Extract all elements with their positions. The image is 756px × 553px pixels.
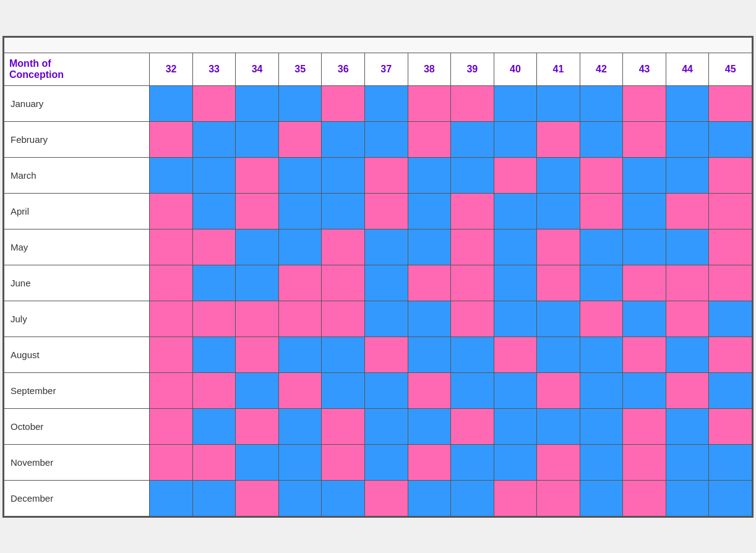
cell-august-age-40	[494, 337, 537, 372]
month-row-june: June	[4, 265, 752, 301]
month-row-july: July	[4, 301, 752, 337]
cell-december-age-37	[364, 480, 408, 516]
cell-march-age-37	[364, 157, 408, 193]
cell-february-age-45	[709, 121, 752, 157]
cell-april-age-39	[451, 193, 494, 229]
cell-june-age-43	[623, 265, 666, 301]
cell-may-age-36	[322, 229, 365, 265]
cell-april-age-35	[278, 193, 322, 229]
cell-january-age-40	[494, 85, 537, 121]
cell-january-age-38	[408, 85, 451, 121]
month-row-may: May	[4, 229, 752, 265]
cell-march-age-32	[150, 157, 193, 193]
cell-october-age-33	[192, 408, 236, 444]
cell-october-age-44	[666, 408, 709, 444]
cell-march-age-45	[709, 157, 752, 193]
cell-august-age-33	[192, 337, 236, 372]
cell-april-age-41	[537, 193, 580, 229]
cell-july-age-44	[666, 301, 709, 337]
cell-june-age-39	[451, 265, 494, 301]
cell-september-age-35	[278, 372, 322, 408]
cell-october-age-43	[623, 408, 666, 444]
cell-august-age-36	[322, 337, 365, 372]
cell-may-age-42	[580, 229, 623, 265]
cell-september-age-36	[322, 372, 365, 408]
cell-august-age-42	[580, 337, 623, 372]
cell-july-age-42	[580, 301, 623, 337]
cell-may-age-43	[623, 229, 666, 265]
cell-september-age-42	[580, 372, 623, 408]
cell-may-age-32	[150, 229, 193, 265]
cell-november-age-32	[150, 444, 193, 480]
age-header-38: 38	[408, 53, 451, 85]
cell-march-age-42	[580, 157, 623, 193]
cell-february-age-38	[408, 121, 451, 157]
cell-june-age-35	[278, 265, 322, 301]
cell-june-age-34	[236, 265, 279, 301]
cell-july-age-33	[192, 301, 236, 337]
cell-november-age-35	[278, 444, 322, 480]
month-label-january: January	[4, 85, 150, 121]
table-title	[4, 37, 752, 53]
cell-march-age-36	[322, 157, 365, 193]
cell-april-age-32	[150, 193, 193, 229]
cell-november-age-36	[322, 444, 365, 480]
cell-may-age-35	[278, 229, 322, 265]
cell-february-age-43	[623, 121, 666, 157]
cell-july-age-41	[537, 301, 580, 337]
cell-january-age-32	[150, 85, 193, 121]
cell-march-age-41	[537, 157, 580, 193]
cell-january-age-36	[322, 85, 365, 121]
month-label-february: February	[4, 121, 150, 157]
age-header-41: 41	[537, 53, 580, 85]
cell-december-age-42	[580, 480, 623, 516]
age-header-36: 36	[322, 53, 365, 85]
age-header-34: 34	[236, 53, 279, 85]
cell-april-age-38	[408, 193, 451, 229]
cell-may-age-40	[494, 229, 537, 265]
cell-november-age-37	[364, 444, 408, 480]
cell-september-age-39	[451, 372, 494, 408]
cell-september-age-45	[709, 372, 752, 408]
cell-june-age-36	[322, 265, 365, 301]
cell-october-age-41	[537, 408, 580, 444]
cell-october-age-35	[278, 408, 322, 444]
month-label-april: April	[4, 193, 150, 229]
cell-november-age-38	[408, 444, 451, 480]
age-header-42: 42	[580, 53, 623, 85]
cell-june-age-44	[666, 265, 709, 301]
cell-october-age-40	[494, 408, 537, 444]
cell-august-age-35	[278, 337, 322, 372]
cell-october-age-34	[236, 408, 279, 444]
month-label-october: October	[4, 408, 150, 444]
cell-june-age-33	[192, 265, 236, 301]
month-row-january: January	[4, 85, 752, 121]
month-row-april: April	[4, 193, 752, 229]
cell-july-age-40	[494, 301, 537, 337]
cell-september-age-38	[408, 372, 451, 408]
cell-september-age-37	[364, 372, 408, 408]
month-row-october: October	[4, 408, 752, 444]
cell-august-age-38	[408, 337, 451, 372]
cell-november-age-33	[192, 444, 236, 480]
cell-april-age-45	[709, 193, 752, 229]
cell-november-age-42	[580, 444, 623, 480]
age-header-39: 39	[451, 53, 494, 85]
cell-january-age-39	[451, 85, 494, 121]
cell-december-age-39	[451, 480, 494, 516]
cell-october-age-32	[150, 408, 193, 444]
cell-september-age-44	[666, 372, 709, 408]
cell-february-age-36	[322, 121, 365, 157]
month-row-february: February	[4, 121, 752, 157]
cell-june-age-40	[494, 265, 537, 301]
month-row-september: September	[4, 372, 752, 408]
cell-january-age-43	[623, 85, 666, 121]
cell-august-age-32	[150, 337, 193, 372]
cell-may-age-34	[236, 229, 279, 265]
cell-january-age-37	[364, 85, 408, 121]
month-label-march: March	[4, 157, 150, 193]
cell-november-age-45	[709, 444, 752, 480]
cell-october-age-37	[364, 408, 408, 444]
cell-march-age-44	[666, 157, 709, 193]
cell-july-age-45	[709, 301, 752, 337]
